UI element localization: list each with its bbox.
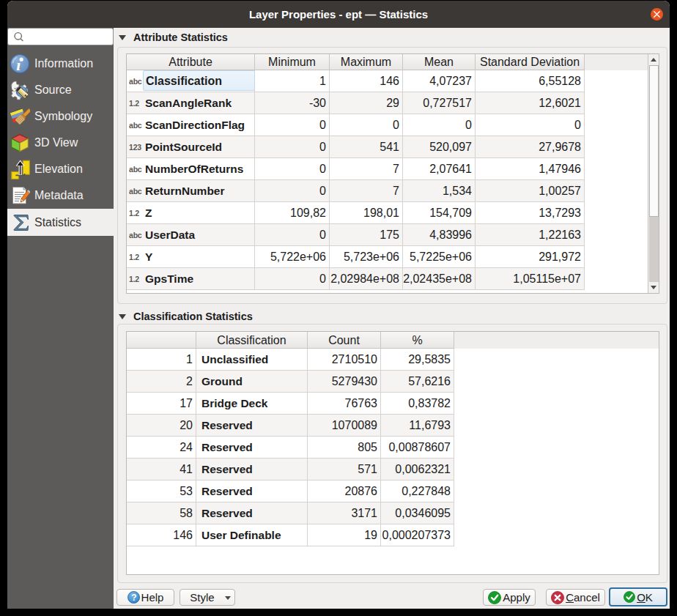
- svg-text:ı: ı: [16, 56, 21, 74]
- svg-text:?: ?: [131, 593, 136, 603]
